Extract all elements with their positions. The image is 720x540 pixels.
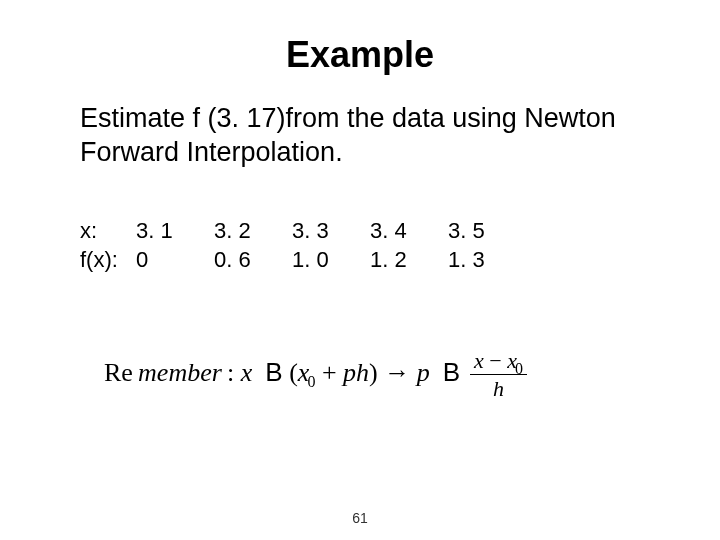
- formula-text: Re member : x B (x0 + ph) → p B: [104, 357, 460, 388]
- table-row-x: x: 3. 1 3. 2 3. 3 3. 4 3. 5: [80, 216, 640, 246]
- row-label-fx: f(x):: [80, 245, 136, 275]
- cell: 0: [136, 245, 214, 275]
- t: +: [322, 358, 337, 387]
- t: B: [443, 357, 460, 387]
- cell: 1. 2: [370, 245, 448, 275]
- cell: 3. 5: [448, 216, 526, 246]
- cell: 1. 0: [292, 245, 370, 275]
- denominator: h: [493, 375, 504, 400]
- t: :: [227, 358, 234, 387]
- table-row-fx: f(x): 0 0. 6 1. 0 1. 2 1. 3: [80, 245, 640, 275]
- t: ph: [343, 358, 369, 387]
- cell: 0. 6: [214, 245, 292, 275]
- t: 0: [515, 360, 523, 377]
- row-label-x: x:: [80, 216, 136, 246]
- t: x: [474, 348, 484, 373]
- data-table: x: 3. 1 3. 2 3. 3 3. 4 3. 5 f(x): 0 0. 6…: [80, 216, 640, 275]
- t: p: [417, 358, 430, 387]
- arrow-icon: →: [384, 358, 410, 387]
- t: −: [489, 348, 501, 373]
- t: x: [241, 358, 253, 387]
- t: 0: [307, 373, 315, 390]
- t: ): [369, 358, 378, 387]
- cell: 3. 1: [136, 216, 214, 246]
- t: h: [493, 376, 504, 401]
- cell: 3. 2: [214, 216, 292, 246]
- numerator: x − x0: [470, 349, 527, 375]
- formula: Re member : x B (x0 + ph) → p B x − x0 h: [80, 347, 640, 398]
- cell: 3. 3: [292, 216, 370, 246]
- t: (: [289, 358, 298, 387]
- cell: 1. 3: [448, 245, 526, 275]
- slide-title: Example: [80, 34, 640, 76]
- slide: Example Estimate f (3. 17)from the data …: [0, 0, 720, 540]
- problem-statement: Estimate f (3. 17)from the data using Ne…: [80, 102, 640, 170]
- t: Re: [104, 358, 133, 387]
- fraction: x − x0 h: [470, 349, 527, 400]
- t: B: [265, 357, 282, 387]
- t: member: [138, 358, 222, 387]
- page-number: 61: [0, 510, 720, 526]
- cell: 3. 4: [370, 216, 448, 246]
